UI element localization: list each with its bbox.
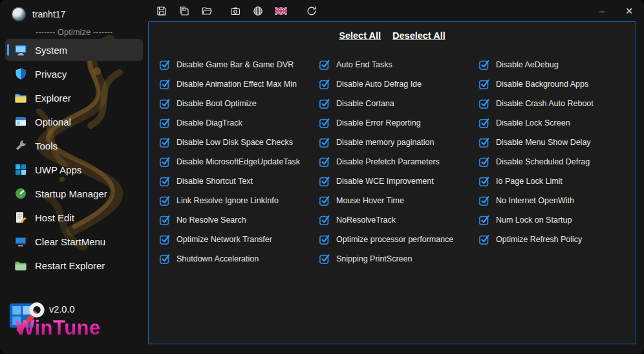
save-as-icon[interactable] bbox=[176, 3, 193, 19]
checkbox-disable-lock-screen[interactable]: Disable Lock Screen bbox=[478, 113, 594, 133]
privacy-shield-icon bbox=[14, 67, 27, 80]
checkbox-disable-wce-improvement[interactable]: Disable WCE Improvement bbox=[319, 171, 478, 191]
sidebar-item-optional[interactable]: Optional bbox=[5, 111, 143, 133]
checkbox-checked-icon[interactable] bbox=[478, 98, 490, 109]
checkbox-checked-icon[interactable] bbox=[319, 78, 330, 90]
checkbox-checked-icon[interactable] bbox=[319, 98, 330, 109]
checkbox-checked-icon[interactable] bbox=[159, 59, 171, 71]
deselect-all-link[interactable]: Deselect All bbox=[392, 30, 445, 41]
sidebar-item-explorer[interactable]: Explorer bbox=[5, 87, 143, 109]
checkbox-checked-icon[interactable] bbox=[319, 156, 330, 168]
save-icon[interactable] bbox=[153, 3, 170, 19]
checkbox-checked-icon[interactable] bbox=[319, 234, 330, 245]
checkbox-disable-diagtrack[interactable]: Disable DiagTrack bbox=[159, 113, 319, 133]
checkbox-optimize-network-transfer[interactable]: Optimize Network Transfer bbox=[159, 230, 319, 249]
checkbox-disable-error-reporting[interactable]: Disable Error Reporting bbox=[319, 113, 478, 133]
checkbox-disable-shortcut-text[interactable]: Disable Shortcut Text bbox=[159, 171, 319, 191]
checkbox-disable-background-apps[interactable]: Disable Background Apps bbox=[478, 74, 594, 94]
sidebar-item-clear-startmenu[interactable]: Clear StartMenu bbox=[5, 230, 143, 252]
refresh-icon[interactable] bbox=[303, 3, 320, 19]
checkbox-checked-icon[interactable] bbox=[478, 78, 490, 90]
sidebar-item-system[interactable]: System bbox=[5, 39, 143, 61]
select-all-link[interactable]: Select All bbox=[339, 30, 381, 41]
checkbox-disable-low-disk-space-checks[interactable]: Disable Low Disk Space Checks bbox=[159, 133, 319, 152]
clear-startmenu-icon bbox=[14, 235, 27, 248]
sidebar-item-tools[interactable]: Tools bbox=[5, 135, 143, 157]
sidebar: tranht17 ------- Optimize ------- System… bbox=[0, 0, 148, 354]
system-monitor-icon bbox=[14, 43, 27, 56]
checkbox-column: Disable Game Bar & Game DVR Disable Anim… bbox=[159, 55, 319, 269]
globe-icon[interactable] bbox=[250, 3, 266, 19]
checkbox-disable-microsoftedgeupdatetask[interactable]: Disable MicrosoftEdgeUpdateTask bbox=[159, 152, 319, 171]
user-chip[interactable]: tranht17 bbox=[0, 0, 148, 23]
checkbox-checked-icon[interactable] bbox=[319, 214, 330, 226]
checkbox-mouse-hover-time[interactable]: Mouse Hover Time bbox=[319, 191, 478, 210]
checkbox-checked-icon[interactable] bbox=[478, 137, 490, 148]
checkbox-auto-end-tasks[interactable]: Auto End Tasks bbox=[319, 55, 478, 74]
user-name: tranht17 bbox=[32, 9, 65, 19]
sidebar-item-uwp-apps[interactable]: UWP Apps bbox=[5, 159, 143, 181]
user-avatar-icon bbox=[12, 7, 26, 21]
titlebar: – ✕ bbox=[148, 0, 644, 21]
checkbox-checked-icon[interactable] bbox=[159, 175, 171, 187]
uwp-grid-icon bbox=[14, 163, 27, 176]
checkbox-disable-aedebug[interactable]: Disable AeDebug bbox=[478, 55, 594, 74]
checkbox-disable-cortana[interactable]: Disable Cortana bbox=[319, 94, 478, 113]
sidebar-item-startup-manager[interactable]: Startup Manager bbox=[5, 183, 143, 205]
sidebar-item-host-edit[interactable]: Host Edit bbox=[5, 206, 143, 228]
checkbox-disable-game-bar-game-dvr[interactable]: Disable Game Bar & Game DVR bbox=[159, 55, 319, 74]
checkbox-checked-icon[interactable] bbox=[159, 156, 171, 168]
checkbox-checked-icon[interactable] bbox=[159, 234, 171, 245]
sidebar-item-privacy[interactable]: Privacy bbox=[5, 63, 143, 85]
explorer-folder-icon bbox=[14, 91, 27, 104]
checkbox-noresolvetrack[interactable]: NoResolveTrack bbox=[319, 210, 478, 230]
checkbox-disable-boot-optimize[interactable]: Disable Boot Optimize bbox=[159, 94, 319, 113]
sidebar-footer: v2.0.0 WinTune bbox=[5, 296, 144, 351]
checkbox-optimize-refresh-policy[interactable]: Optimize Refresh Policy bbox=[478, 230, 594, 249]
checkbox-optimize-processor-performance[interactable]: Optimize processor performance bbox=[319, 230, 478, 249]
checkbox-link-resolve-ignore-linkinfo[interactable]: Link Resolve Ignore LinkInfo bbox=[159, 191, 319, 210]
checkbox-checked-icon[interactable] bbox=[478, 175, 490, 187]
checkbox-no-internet-openwith[interactable]: No Internet OpenWith bbox=[478, 191, 594, 210]
toolbar bbox=[153, 3, 320, 19]
checkbox-num-lock-on-startup[interactable]: Num Lock on Startup bbox=[478, 210, 594, 230]
checkbox-checked-icon[interactable] bbox=[159, 98, 171, 109]
checkbox-disable-memory-pagination[interactable]: Disable memory pagination bbox=[319, 133, 478, 152]
checkbox-disable-crash-auto-reboot[interactable]: Disable Crash Auto Reboot bbox=[478, 94, 594, 113]
checkbox-checked-icon[interactable] bbox=[319, 59, 330, 71]
sidebar-item-restart-explorer[interactable]: Restart Explorer bbox=[5, 254, 143, 276]
checkbox-disable-scheduled-defrag[interactable]: Disable Scheduled Defrag bbox=[478, 152, 594, 171]
sidebar-nav: System Privacy Explorer Optional Tools U… bbox=[0, 39, 148, 276]
checkbox-checked-icon[interactable] bbox=[159, 195, 171, 206]
checkbox-checked-icon[interactable] bbox=[319, 175, 330, 187]
checkbox-checked-icon[interactable] bbox=[159, 253, 171, 265]
uk-flag-icon[interactable] bbox=[272, 3, 289, 19]
checkbox-snipping-printscreen[interactable]: Snipping PrintScreen bbox=[319, 249, 478, 269]
checkbox-checked-icon[interactable] bbox=[159, 78, 171, 90]
checkbox-disable-animation-effect-max-min[interactable]: Disable Animation Effect Max Min bbox=[159, 74, 319, 94]
checkbox-disable-prefetch-parameters[interactable]: Disable Prefetch Parameters bbox=[319, 152, 478, 171]
screenshot-icon[interactable] bbox=[227, 3, 244, 19]
checkbox-checked-icon[interactable] bbox=[478, 214, 490, 226]
minimize-button[interactable]: – bbox=[588, 0, 616, 21]
checkbox-checked-icon[interactable] bbox=[319, 195, 330, 206]
checkbox-disable-auto-defrag-ide[interactable]: Disable Auto Defrag Ide bbox=[319, 74, 478, 94]
checkbox-checked-icon[interactable] bbox=[159, 214, 171, 226]
checkbox-io-page-lock-limit[interactable]: Io Page Lock Limit bbox=[478, 171, 594, 191]
checkbox-checked-icon[interactable] bbox=[478, 234, 490, 245]
checkbox-checked-icon[interactable] bbox=[319, 137, 330, 148]
close-button[interactable]: ✕ bbox=[616, 0, 643, 21]
checkbox-checked-icon[interactable] bbox=[319, 253, 330, 265]
checkbox-shutdown-acceleration[interactable]: Shutdown Acceleration bbox=[159, 249, 319, 269]
checkbox-checked-icon[interactable] bbox=[319, 117, 330, 129]
checkbox-checked-icon[interactable] bbox=[478, 59, 490, 71]
checkbox-checked-icon[interactable] bbox=[478, 195, 490, 206]
checkbox-disable-menu-show-delay[interactable]: Disable Menu Show Delay bbox=[478, 133, 594, 152]
checkbox-checked-icon[interactable] bbox=[478, 117, 490, 129]
checkbox-no-resolve-search[interactable]: No Resolve Search bbox=[159, 210, 319, 230]
checkbox-checked-icon[interactable] bbox=[159, 137, 171, 148]
checkbox-checked-icon[interactable] bbox=[159, 117, 171, 129]
host-edit-icon bbox=[14, 211, 27, 224]
checkbox-checked-icon[interactable] bbox=[478, 156, 490, 168]
open-folder-icon[interactable] bbox=[199, 3, 215, 19]
